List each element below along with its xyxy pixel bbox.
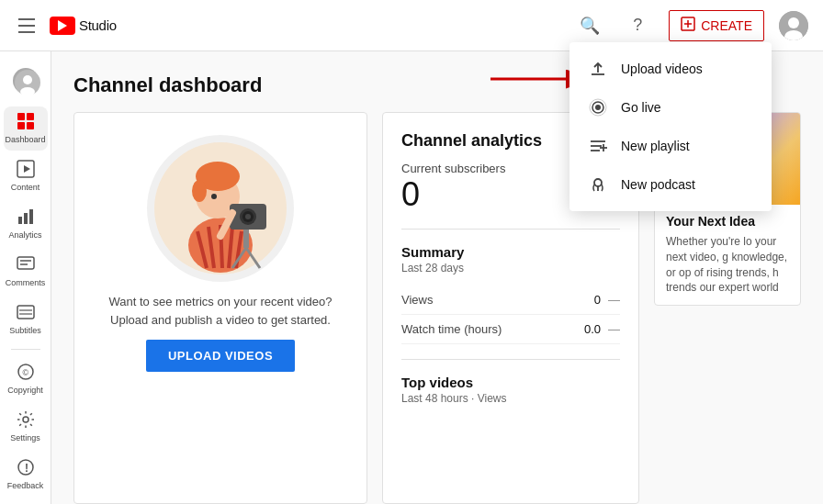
watchtime-dash: —	[608, 322, 620, 336]
watchtime-label: Watch time (hours)	[401, 322, 502, 336]
sidebar-label-comments: Comments	[6, 278, 46, 288]
svg-text:!: !	[25, 462, 28, 475]
golive-label: Go live	[621, 100, 661, 115]
svg-point-39	[211, 194, 217, 199]
create-plus-icon	[681, 17, 695, 35]
views-value: 0 —	[594, 293, 620, 307]
create-button[interactable]: CREATE	[669, 10, 764, 41]
svg-rect-44	[243, 230, 249, 248]
content-icon	[17, 160, 35, 181]
sidebar-item-avatar[interactable]	[4, 59, 48, 103]
sidebar-label-analytics: Analytics	[8, 230, 41, 241]
feedback-icon: !	[17, 458, 35, 479]
card-title: Your Next Idea	[666, 214, 789, 229]
svg-point-52	[595, 105, 601, 110]
analytics-icon	[17, 207, 35, 229]
search-button[interactable]: 🔍	[573, 9, 606, 42]
upload-prompt-card: Want to see metrics on your recent video…	[73, 112, 367, 504]
svg-text:©: ©	[22, 368, 28, 377]
metric-row-watchtime: Watch time (hours) 0.0 —	[401, 315, 620, 344]
sidebar-label-content: Content	[11, 183, 40, 193]
sidebar-item-subtitles[interactable]: Subtitles	[4, 297, 48, 342]
hamburger-menu[interactable]	[15, 15, 39, 37]
upload-label: Upload videos	[621, 62, 703, 76]
playlist-label: New playlist	[621, 139, 690, 153]
subtitles-icon	[17, 303, 35, 324]
sidebar-label-copyright: Copyright	[7, 386, 43, 396]
summary-period: Last 28 days	[401, 262, 620, 274]
dropdown-item-podcast[interactable]: New podcast	[569, 165, 772, 204]
nav-right: 🔍 ? CREATE	[573, 9, 808, 42]
sidebar-item-analytics[interactable]: Analytics	[4, 202, 48, 246]
yt-icon	[50, 17, 75, 35]
create-label: CREATE	[701, 18, 752, 33]
upload-icon	[588, 59, 608, 79]
views-dash: —	[608, 293, 620, 307]
sidebar-item-feedback[interactable]: ! Feedback	[4, 453, 48, 497]
live-icon	[588, 97, 608, 118]
sidebar-item-dashboard[interactable]: Dashboard	[4, 106, 48, 151]
sidebar-label-feedback: Feedback	[7, 481, 44, 491]
sidebar-item-settings[interactable]: Settings	[4, 405, 48, 449]
top-videos-title: Top videos	[401, 375, 620, 390]
summary-section: Summary Last 28 days	[401, 244, 620, 274]
sidebar-label-subtitles: Subtitles	[9, 326, 41, 336]
studio-label: Studio	[79, 17, 117, 33]
playlist-icon	[588, 136, 608, 156]
sidebar-item-content[interactable]: Content	[4, 154, 48, 198]
help-icon: ?	[633, 16, 642, 35]
sidebar-label-dashboard: Dashboard	[5, 135, 45, 145]
svg-rect-15	[18, 217, 22, 224]
sidebar-label-settings: Settings	[10, 433, 40, 443]
svg-marker-14	[24, 165, 30, 173]
top-videos-section: Top videos Last 48 hours · Views	[401, 375, 620, 405]
sidebar: Dashboard Content Analytics Comments Sub…	[0, 51, 51, 504]
metrics-list: Views 0 — Watch time (hours) 0.0 —	[401, 286, 620, 344]
svg-point-4	[788, 17, 799, 28]
settings-icon	[17, 410, 35, 431]
svg-point-60	[594, 179, 602, 186]
sidebar-item-comments[interactable]: Comments	[4, 250, 48, 294]
user-avatar[interactable]	[779, 11, 808, 40]
card-body: Your Next Idea Whether you're lo your ne…	[655, 205, 800, 305]
dropdown-item-golive[interactable]: Go live	[569, 88, 772, 127]
nav-left: Studio	[15, 15, 117, 37]
sidebar-item-copyright[interactable]: © Copyright	[4, 357, 48, 401]
top-videos-period: Last 48 hours · Views	[401, 392, 620, 405]
upload-videos-button[interactable]: UPLOAD VIDEOS	[146, 340, 295, 372]
svg-rect-9	[17, 113, 25, 120]
svg-rect-18	[17, 257, 34, 269]
copyright-icon: ©	[17, 363, 35, 384]
create-dropdown: Upload videos Go live New playlist New p…	[569, 42, 772, 211]
svg-rect-11	[17, 122, 25, 129]
summary-title: Summary	[401, 244, 620, 260]
svg-rect-17	[29, 209, 33, 224]
divider	[401, 229, 620, 230]
dropdown-item-playlist[interactable]: New playlist	[569, 127, 772, 165]
illustration	[147, 135, 294, 282]
help-button[interactable]: ?	[621, 9, 654, 42]
svg-point-26	[23, 417, 28, 422]
svg-rect-16	[24, 213, 28, 224]
youtube-logo: Studio	[50, 17, 117, 35]
views-label: Views	[401, 293, 433, 307]
svg-point-7	[23, 75, 32, 84]
search-icon: 🔍	[580, 16, 600, 36]
svg-rect-12	[27, 122, 34, 129]
svg-point-38	[192, 180, 207, 202]
comments-icon	[17, 255, 35, 276]
svg-rect-10	[27, 113, 34, 120]
dropdown-item-upload[interactable]: Upload videos	[569, 50, 772, 88]
svg-rect-21	[17, 306, 34, 319]
dashboard-icon	[17, 112, 35, 133]
podcast-icon	[588, 174, 608, 195]
podcast-label: New podcast	[621, 177, 695, 192]
divider-2	[401, 359, 620, 360]
card-desc: Whether you're lo your next video, g kno…	[666, 234, 789, 296]
svg-point-43	[245, 214, 251, 219]
upload-prompt-text: Want to see metrics on your recent video…	[93, 293, 348, 329]
watchtime-value: 0.0 —	[584, 322, 620, 336]
metric-row-views: Views 0 —	[401, 286, 620, 315]
